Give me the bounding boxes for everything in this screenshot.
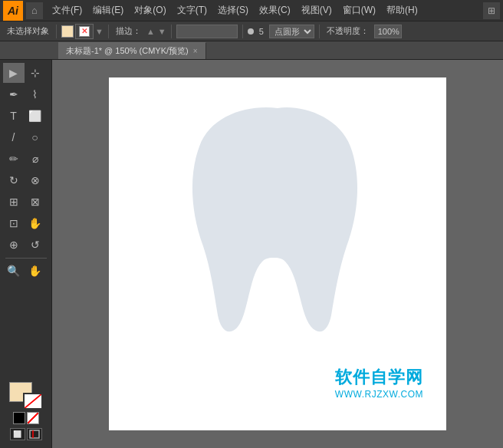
tab-close-button[interactable]: × [193,47,198,55]
menu-help[interactable]: 帮助(H) [382,2,422,18]
chart-tool[interactable]: ⊡ [3,213,25,233]
rect-tool[interactable]: ⬜ [25,106,46,126]
sidebar: ▶ ⊹ ✒ ⌇ T ⬜ / ○ ✏ ⌀ ↻ ⊗ ⊞ ⊠ ⊡ ✋ [0,60,52,448]
title-bar: Ai ⌂ 文件(F) 编辑(E) 对象(O) 文字(T) 选择(S) 效果(C)… [0,0,503,21]
stroke-preview: ✕ [79,26,90,37]
watermark: 软件自学网 WWW.RJZXW.COM [335,366,423,400]
svg-rect-1 [30,430,39,438]
screen-mode-group: ⬜ [10,428,42,440]
divider-5 [319,25,320,38]
ellipse-tool[interactable]: ○ [25,127,46,147]
menu-view[interactable]: 视图(V) [297,2,337,18]
tool-group-select: ▶ ⊹ [3,63,49,83]
eraser-tool[interactable]: ⌀ [25,149,46,169]
full-screen-icon[interactable] [27,428,42,440]
scale-tool[interactable]: ⊗ [25,170,46,190]
warp-tool[interactable]: ⊞ [3,192,25,212]
zoom2-tool[interactable]: 🔍 [3,261,25,281]
tooth-svg [178,100,377,338]
swatch-row[interactable] [9,382,43,410]
tool-group-zoom-hand: 🔍 ✋ [3,261,49,281]
canvas-white: 软件自学网 WWW.RJZXW.COM [109,77,446,430]
opacity-input[interactable] [374,25,402,38]
main-area: ▶ ⊹ ✒ ⌇ T ⬜ / ○ ✏ ⌀ ↻ ⊗ ⊞ ⊠ ⊡ ✋ [0,60,503,448]
fill-swatch-group[interactable]: ✕ ▼ [61,24,104,39]
tool-group-zoom-rotate: ⊕ ↺ [3,235,49,255]
no-selection-label: 未选择对象 [5,25,51,38]
tool-group-pen: ✒ ⌇ [3,84,49,104]
menu-object[interactable]: 对象(O) [130,2,170,18]
stroke-down-icon[interactable]: ▼ [158,27,166,36]
menu-file[interactable]: 文件(F) [48,2,87,18]
tool-group-warp-blend: ⊞ ⊠ [3,192,49,212]
pen-tool[interactable]: ✒ [3,84,25,104]
stroke-color-swatch[interactable] [23,393,43,410]
tool-group-brush-eraser: ✏ ⌀ [3,149,49,169]
stroke-label: 描边： [113,25,143,38]
toolbar: 未选择对象 ✕ ▼ 描边： ▲ ▼ 5 点圆形 不透明度： [0,21,503,41]
tool-group-text-rect: T ⬜ [3,106,49,126]
stroke-no-fill-icon: ✕ [81,27,87,35]
svg-line-0 [25,394,41,408]
blend-tool[interactable]: ⊠ [25,192,46,212]
document-tab[interactable]: 未标题-1* @ 150% (CMYK/预览) × [58,42,206,59]
rotate2-tool[interactable]: ↺ [25,235,46,255]
grid-icon[interactable]: ⊞ [483,2,500,19]
menu-window[interactable]: 窗口(W) [338,2,380,18]
none-swatch[interactable] [27,412,39,424]
brush-field[interactable] [176,25,238,38]
canvas-area: 软件自学网 WWW.RJZXW.COM [52,60,503,448]
menu-bar: 文件(F) 编辑(E) 对象(O) 文字(T) 选择(S) 效果(C) 视图(V… [48,2,483,18]
rotate-tool[interactable]: ↻ [3,170,25,190]
brush-tool[interactable]: ✏ [3,149,25,169]
hand2-tool[interactable]: ✋ [25,261,46,281]
line-tool[interactable]: / [3,127,25,147]
menu-select[interactable]: 选择(S) [213,2,253,18]
divider-1 [56,25,57,38]
menu-text[interactable]: 文字(T) [173,2,212,18]
watermark-sub-text: WWW.RJZXW.COM [335,389,423,400]
tab-title: 未标题-1* @ 150% (CMYK/预览) [66,45,189,57]
tool-group-line-ellipse: / ○ [3,127,49,147]
tool-group-chart-hand: ⊡ ✋ [3,213,49,233]
divider-3 [171,25,172,38]
stroke-up-icon[interactable]: ▲ [146,27,155,36]
brush-size[interactable]: 5 [257,26,266,37]
home-icon[interactable]: ⌂ [26,2,43,19]
text-tool[interactable]: T [3,106,25,126]
menu-effect[interactable]: 效果(C) [255,2,295,18]
brush-shape-select[interactable]: 点圆形 [269,25,314,38]
fill-swatch[interactable] [61,25,74,38]
opacity-label: 不透明度： [324,25,371,38]
zoom-tool[interactable]: ⊕ [3,235,25,255]
black-swatch[interactable] [13,412,25,424]
watermark-main-text: 软件自学网 [335,366,423,389]
stroke-swatch-box[interactable]: ✕ [75,24,94,39]
normal-screen-icon[interactable]: ⬜ [10,428,25,440]
hand-tool[interactable]: ✋ [25,213,46,233]
tool-group-rotate-scale: ↻ ⊗ [3,170,49,190]
app-logo: Ai [3,1,23,21]
selection-tool[interactable]: ▶ [3,63,25,83]
divider-4 [242,25,243,38]
direct-selection-tool[interactable]: ⊹ [25,63,46,83]
tool-divider-1 [5,258,47,259]
color-area: ⬜ [0,377,51,445]
tab-bar: 未标题-1* @ 150% (CMYK/预览) × [0,41,503,60]
brush-dot-icon [248,28,254,35]
curvature-tool[interactable]: ⌇ [25,84,46,104]
menu-edit[interactable]: 编辑(E) [88,2,128,18]
dropdown-arrow-fill[interactable]: ▼ [95,27,104,36]
divider-2 [108,25,109,38]
small-swatches [13,412,39,424]
